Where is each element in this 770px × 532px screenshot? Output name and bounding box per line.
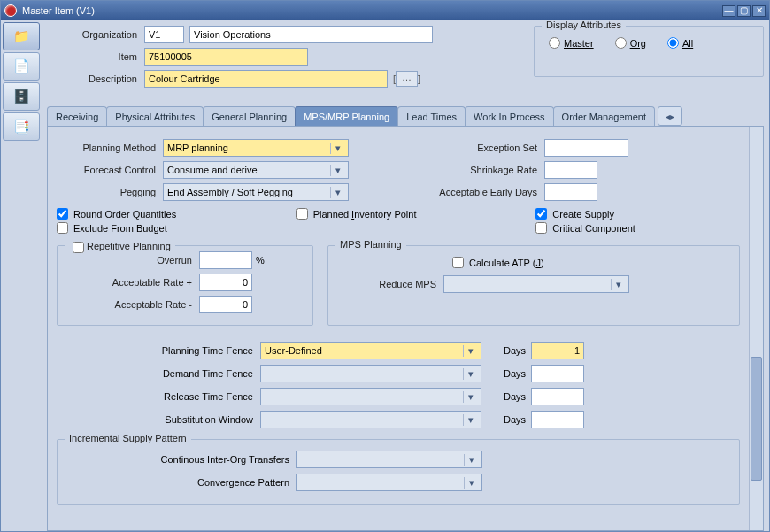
shrinkage-rate-label: Shrinkage Rate [412,165,544,175]
tab-work-in-process[interactable]: Work In Process [465,106,554,126]
round-order-quantities-checkbox[interactable] [57,208,68,220]
acceptable-rate-plus-field[interactable] [199,274,252,291]
repetitive-planning-legend: Repetitive Planning [87,241,171,251]
sidebar-btn-document[interactable]: 📄 [3,52,40,81]
organization-name-field[interactable] [189,26,433,43]
chevron-down-icon: ▾ [463,345,477,357]
exception-set-field[interactable] [544,139,628,157]
tab-receiving[interactable]: Receiving [47,106,107,126]
dtf-days-field[interactable] [531,365,584,382]
planned-inventory-point-label: Planned Inventory Point [313,209,417,220]
tab-pane: Planning Method MRP planning▾ Forecast C… [47,126,764,531]
critical-component-checkbox[interactable] [535,222,547,234]
display-attributes-legend: Display Attributes [542,20,626,30]
radio-master[interactable]: Master [549,37,594,49]
exception-set-label: Exception Set [412,143,544,153]
organization-code-field[interactable] [144,26,184,43]
substitution-window-label: Substitution Window [57,414,260,425]
display-attributes-group: Display Attributes Master Org All [534,26,764,77]
chevron-down-icon: ▾ [464,477,478,489]
demand-time-fence-label: Demand Time Fence [57,368,260,379]
overrun-field[interactable] [199,251,252,269]
acceptable-early-days-field[interactable] [544,183,597,201]
tab-general-planning[interactable]: General Planning [203,106,296,126]
tab-bar: Receiving Physical Attributes General Pl… [47,106,764,126]
minimize-button[interactable]: — [722,5,735,17]
radio-org-label: Org [630,38,646,49]
item-field[interactable] [144,48,308,66]
demand-time-fence-dropdown[interactable]: ▾ [260,365,481,382]
radio-org[interactable]: Org [615,37,646,49]
tab-scroll-button[interactable]: ◂▸ [658,106,682,126]
create-supply-checkbox[interactable] [535,208,547,220]
document-icon: 📄 [13,58,30,74]
maximize-button[interactable]: ▢ [737,5,751,17]
scrollbar-thumb[interactable] [751,357,762,481]
window-title: Master Item (V1) [22,5,720,16]
planning-method-dropdown[interactable]: MRP planning▾ [163,139,349,157]
continuous-inter-org-transfers-dropdown[interactable]: ▾ [296,451,482,468]
radio-master-label: Master [564,38,594,49]
description-field[interactable] [144,70,388,88]
sub-days-field[interactable] [531,411,584,428]
chevron-down-icon: ▾ [463,414,477,426]
mps-planning-legend: MPS Planning [335,239,406,250]
vertical-scrollbar[interactable] [749,127,763,530]
grid-icon: 🗄️ [13,89,30,104]
dff-bracket: [ … ] [393,71,420,87]
tab-mps-mrp-planning[interactable]: MPS/MRP Planning [295,106,398,126]
pegging-dropdown[interactable]: End Assembly / Soft Pegging▾ [163,183,349,201]
radio-all[interactable]: All [667,37,693,49]
oracle-icon [4,4,17,17]
chevron-down-icon: ▾ [611,279,625,290]
planning-time-fence-dropdown[interactable]: User-Defined▾ [260,342,481,359]
reduce-mps-dropdown[interactable]: ▾ [443,275,629,293]
acceptable-early-days-label: Acceptable Early Days [412,187,544,197]
master-item-window: Master Item (V1) — ▢ ✕ 📁 📄 🗄️ 📑 Organiza… [0,0,770,532]
repetitive-planning-checkbox[interactable] [73,242,84,253]
radio-all-label: All [682,38,693,49]
exclude-from-budget-checkbox[interactable] [57,222,68,234]
repetitive-planning-group: Repetitive Planning Overrun % Acceptable… [57,245,313,326]
sidebar-btn-grid[interactable]: 🗄️ [3,82,40,111]
calculate-atp-checkbox[interactable] [452,257,464,268]
tab-lead-times[interactable]: Lead Times [397,106,466,126]
incremental-supply-pattern-group: Incremental Supply Pattern Continous Int… [57,439,740,505]
sidebar: 📁 📄 🗄️ 📑 [1,20,42,531]
planning-time-fence-label: Planning Time Fence [57,345,260,356]
convergence-pattern-dropdown[interactable]: ▾ [296,474,482,491]
chevron-down-icon: ▾ [330,165,344,176]
close-button[interactable]: ✕ [752,5,766,17]
incremental-supply-pattern-legend: Incremental Supply Pattern [65,433,191,443]
acceptable-rate-minus-field[interactable] [199,296,252,313]
sidebar-btn-list[interactable]: 📑 [3,112,40,141]
substitution-window-dropdown[interactable]: ▾ [260,411,481,428]
forecast-control-label: Forecast Control [57,165,163,175]
sub-days-label: Days [481,414,531,425]
ptf-days-field[interactable] [531,342,584,359]
pegging-label: Pegging [57,187,163,197]
folder-icon: 📁 [13,28,30,44]
tab-physical-attributes[interactable]: Physical Attributes [106,106,204,126]
chevron-down-icon: ▾ [463,391,477,403]
rtf-days-label: Days [481,391,531,402]
sidebar-btn-folder[interactable]: 📁 [3,22,40,50]
list-icon: 📑 [13,119,30,135]
item-label: Item [47,51,144,62]
tab-order-management[interactable]: Order Management [553,106,655,126]
chevron-down-icon: ▾ [330,187,344,198]
forecast-control-dropdown[interactable]: Consume and derive▾ [163,161,349,179]
exclude-from-budget-label: Exclude From Budget [73,223,167,234]
chevron-down-icon: ▾ [463,368,477,380]
release-time-fence-dropdown[interactable]: ▾ [260,388,481,405]
mps-planning-group: MPS Planning Calculate ATP (J) Reduce MP… [327,245,740,326]
dff-button[interactable]: … [396,71,418,87]
create-supply-label: Create Supply [552,209,614,220]
overrun-label: Overrun [66,255,199,266]
planned-inventory-point-checkbox[interactable] [296,208,308,220]
rtf-days-field[interactable] [531,388,584,405]
shrinkage-rate-field[interactable] [544,161,597,179]
round-order-quantities-label: Round Order Quantities [73,209,176,220]
critical-component-label: Critical Component [552,223,635,234]
dtf-days-label: Days [481,368,531,379]
